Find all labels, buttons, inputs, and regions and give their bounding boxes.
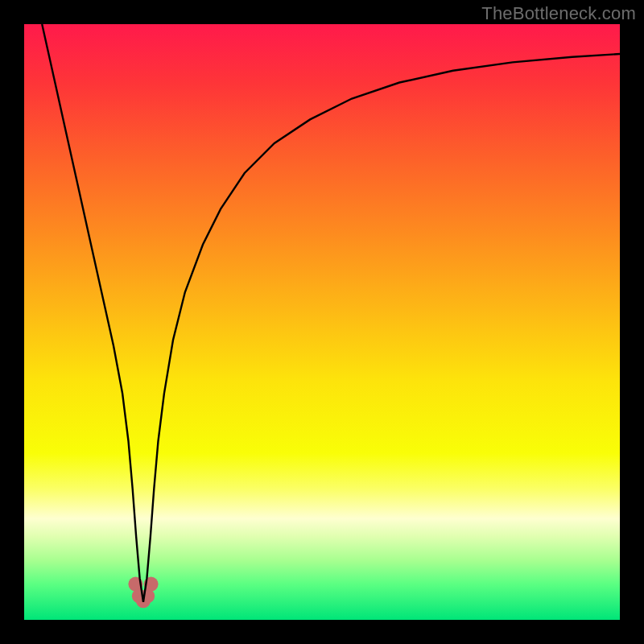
outer-frame: TheBottleneck.com — [0, 0, 644, 644]
chart-svg — [24, 24, 620, 620]
plot-area — [24, 24, 620, 620]
watermark-text: TheBottleneck.com — [481, 3, 636, 24]
